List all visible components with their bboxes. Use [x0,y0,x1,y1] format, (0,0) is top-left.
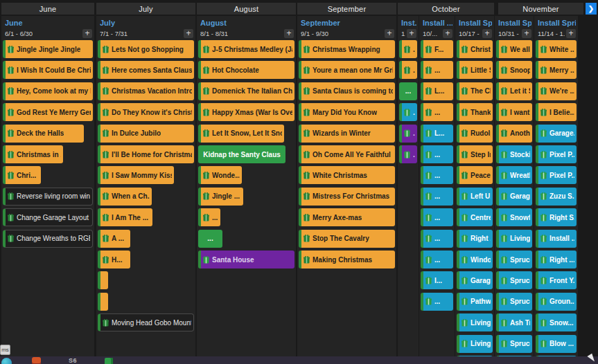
kanban-card[interactable]: ... [421,251,453,269]
kanban-card[interactable]: Right ... [536,251,577,269]
add-card-button[interactable]: + [82,29,92,38]
kanban-card[interactable]: ... [421,166,453,184]
kanban-card[interactable]: Step In... [457,145,493,163]
kanban-card[interactable]: Christmas Wrapping [299,40,395,58]
kanban-card[interactable]: Making Christmas [299,251,395,269]
kanban-card[interactable]: Jingle Jingle Jingle [3,40,93,58]
kanban-card[interactable]: F... [421,40,453,58]
kanban-card[interactable]: Deck the Halls [3,125,84,143]
kanban-card[interactable]: Peace ... [457,166,493,184]
kanban-card[interactable]: ... [421,61,453,79]
kanban-card[interactable]: ... [399,145,417,163]
task-card[interactable]: Reverse living room window... [3,188,93,206]
kanban-card[interactable]: Snow... [536,313,577,331]
kanban-card[interactable]: Santa Claus is coming to t... [299,82,395,100]
kanban-card[interactable]: I want ... [496,103,532,121]
kanban-card[interactable]: Here comes Santa Claus [98,61,194,79]
kanban-card[interactable]: Wreaths [496,166,532,184]
kanban-card[interactable]: Anoth... [496,125,532,143]
kanban-card[interactable]: ... [421,145,453,163]
kanban-card[interactable]: Groun... [536,293,577,311]
kanban-card[interactable]: Domenick The Italian Christ... [198,82,294,100]
kanban-card[interactable]: Living ... [457,335,493,353]
kanban-card[interactable]: I Am The ... [98,208,152,226]
kanban-card[interactable]: The Ch... [457,82,493,100]
kanban-card[interactable]: Pixel P... [536,166,577,184]
kanban-card[interactable]: Living ... [457,313,493,331]
kanban-card[interactable]: Windo... [457,251,493,269]
kanban-card[interactable]: Rudolph [457,125,493,143]
kanban-card[interactable]: Do They Know it's Christmas? [98,103,194,121]
kanban-card[interactable]: Install ... [536,230,577,248]
kanban-card[interactable]: Zuzu S... [536,188,577,206]
kanban-card[interactable]: Merry Axe-mas [299,208,395,226]
add-card-button[interactable]: + [385,29,394,38]
kanban-card[interactable]: Stocki... [496,145,532,163]
month-tab-july[interactable]: July [96,3,195,15]
kanban-card[interactable]: Garage... [457,271,493,289]
month-tab-november[interactable]: November [498,3,583,15]
kanban-card[interactable] [98,293,108,311]
kanban-card[interactable]: Spruce... [496,251,532,269]
kanban-card[interactable]: L... [421,125,453,143]
scroll-right-button[interactable]: ❯ [586,3,597,15]
add-card-button[interactable]: + [284,29,294,38]
kanban-card[interactable]: Hot Chocolate [198,61,294,79]
kanban-card[interactable]: We all ... [496,40,532,58]
kanban-card[interactable]: God Rest Ye Merry Gentle... [3,103,93,121]
kanban-card[interactable]: Front Y... [536,271,577,289]
kanban-card[interactable]: ... [399,82,417,100]
kanban-card[interactable]: White ... [536,40,577,58]
kanban-card[interactable]: Wizards in Winter [299,125,395,143]
kanban-card[interactable]: Mistress For Christmas [299,188,395,206]
kanban-card[interactable]: Blow ... [536,335,577,353]
green-app-icon[interactable] [105,358,113,364]
kanban-card[interactable]: Christ... [457,40,493,58]
kanban-card[interactable]: In Dulce Jubilo [98,125,194,143]
kanban-card[interactable]: Ash Tr... [496,313,532,331]
kanban-card[interactable]: We're ... [536,82,577,100]
kanban-card[interactable]: J-5 Christmas Medley (Jack... [198,40,294,58]
kanban-card[interactable]: Thank ... [457,103,493,121]
kanban-card[interactable]: Lets Not go Shopping [98,40,194,58]
kanban-card[interactable]: Stop The Cavalry [299,230,395,248]
add-card-button[interactable]: + [443,29,452,38]
month-tab-october[interactable]: October [398,3,494,15]
kanban-card[interactable]: Pathw... [457,293,493,311]
kanban-card[interactable]: ... [421,103,453,121]
kanban-card[interactable]: Spruce... [496,335,532,353]
month-tab-august[interactable]: August [197,3,296,15]
browser-icon[interactable] [1,358,12,364]
kanban-card[interactable] [98,271,108,289]
kanban-card[interactable]: ... [399,125,417,143]
month-tab-september[interactable]: September [297,3,396,15]
kanban-card[interactable]: Pixel P... [536,145,577,163]
kanban-card[interactable]: Right S... [536,208,577,226]
kanban-card[interactable]: ... [198,230,222,248]
kanban-card[interactable]: I Belie... [536,103,577,121]
kanban-card[interactable]: Living ... [496,230,532,248]
orange-app-icon[interactable] [32,357,41,364]
kanban-card[interactable]: ... [421,188,453,206]
kanban-card[interactable]: Right ... [457,230,493,248]
kanban-card[interactable]: ... [399,61,417,79]
kanban-card[interactable]: Youre a mean one Mr Grin... [299,61,395,79]
kanban-card[interactable]: Wonde... [198,166,242,184]
kanban-card[interactable]: I Saw Mommy Kissi... [98,166,174,184]
kanban-card[interactable]: Let It Snow, Let It Snow,... [198,125,284,143]
kanban-card[interactable]: H... [98,251,130,269]
kanban-card[interactable]: I Wish It Could Be Christm... [3,61,93,79]
kanban-card[interactable]: ... [421,208,453,226]
kanban-card[interactable]: Happy Xmas (War Is Over) [198,103,294,121]
kanban-card[interactable]: Jingle ... [198,188,243,206]
kanban-card[interactable]: Santa House [198,251,294,269]
kanban-card[interactable]: L... [421,82,453,100]
kanban-card[interactable]: ... [399,103,417,121]
kanban-card[interactable]: I'll Be Home for Christmas [98,145,194,163]
kanban-card[interactable]: Oh Come All Ye Faithful [299,145,395,163]
kanban-card[interactable]: Let it S... [496,82,532,100]
month-tab-june[interactable]: June [1,3,94,15]
kanban-card[interactable]: Garage... [536,125,577,143]
add-card-button[interactable]: + [566,29,576,38]
kanban-card[interactable]: Centre ... [457,208,493,226]
